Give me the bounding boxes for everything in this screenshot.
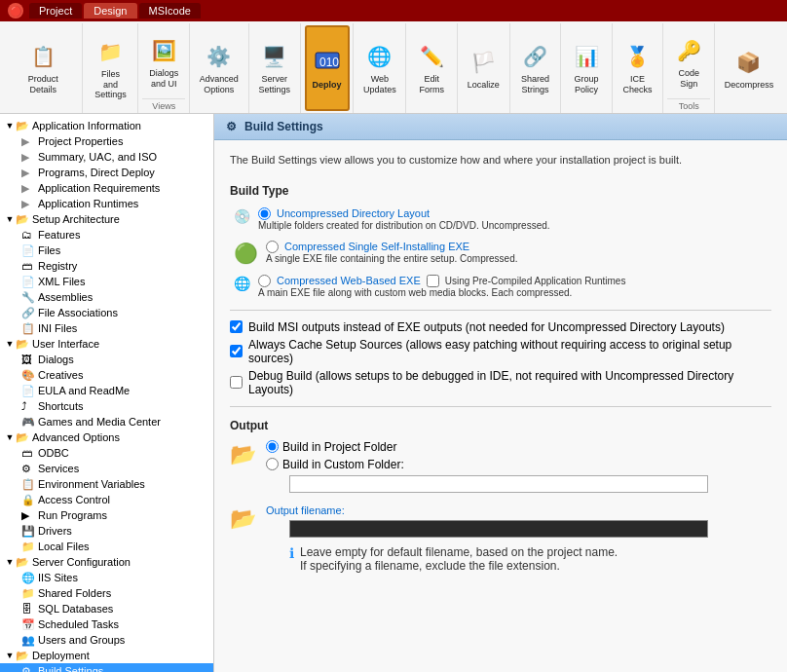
expand-arrow: ▼ [4, 651, 16, 660]
tab-project[interactable]: Project [29, 3, 82, 19]
ribbon-group-ice-checks: 🏅 ICEChecks [613, 23, 664, 113]
sidebar-item-label: Scheduled Tasks [38, 618, 119, 630]
output-option-label: Build in Custom Folder: [282, 458, 404, 471]
radio-uncompressed[interactable] [258, 207, 271, 220]
sidebar-item-ini-files[interactable]: 📋 INI Files [0, 320, 213, 336]
radio-build-project-folder[interactable] [266, 440, 279, 453]
sidebar-item-project-properties[interactable]: ▶ Project Properties [0, 133, 213, 149]
radio-compressed-exe[interactable] [266, 241, 279, 253]
sidebar-group-deployment[interactable]: ▼ 📂 Deployment [0, 648, 213, 663]
ribbon-group-decompress: 📦 Decompress [715, 23, 783, 113]
output-filename-input[interactable] [289, 520, 708, 538]
custom-folder-input[interactable] [289, 475, 708, 493]
registry-icon: 🗃 [21, 259, 35, 273]
folder-icon-filename: 📂 [230, 506, 256, 532]
sidebar-item-scheduled-tasks[interactable]: 📅 Scheduled Tasks [0, 616, 213, 632]
drivers-icon: 💾 [21, 524, 35, 538]
sidebar-item-features[interactable]: 🗂 Features [0, 227, 213, 243]
sidebar-item-local-files[interactable]: 📁 Local Files [0, 539, 213, 554]
sidebar-item-iis-sites[interactable]: 🌐 IIS Sites [0, 570, 213, 585]
checkbox-row-debug-build: Debug Build (allows setups to be debugge… [230, 369, 771, 396]
sidebar-item-eula[interactable]: 📄 EULA and ReadMe [0, 383, 213, 398]
run-programs-icon: ▶ [21, 508, 35, 522]
sidebar-item-label: Access Control [38, 494, 110, 505]
ribbon-btn-files-settings[interactable]: 📁 Files andSettings [87, 25, 133, 111]
sidebar-item-file-assoc[interactable]: 🔗 File Associations [0, 305, 213, 320]
sidebar-item-label: Setup Architecture [32, 213, 120, 225]
sidebar-item-xml-files[interactable]: 📄 XML Files [0, 274, 213, 289]
checkbox-build-msi[interactable] [230, 320, 243, 333]
checkbox-precompiled[interactable] [427, 275, 439, 287]
tab-msicode[interactable]: MSIcode [139, 3, 201, 19]
ribbon-btn-code-sign[interactable]: 🔑 CodeSign [667, 25, 710, 98]
sidebar-item-files[interactable]: 📄 Files [0, 243, 213, 258]
ribbon-btn-localize[interactable]: 🏳️ Localize [462, 25, 506, 111]
compressed-exe-icon: 🟢 [234, 242, 258, 265]
ribbon-btn-server-settings[interactable]: 🖥️ ServerSettings [252, 25, 296, 111]
edit-forms-label: EditForms [419, 74, 444, 95]
sidebar-item-services[interactable]: ⚙ Services [0, 461, 213, 476]
ribbon-btn-product-details[interactable]: 📋 Product Details [8, 25, 78, 111]
ribbon-btn-deploy[interactable]: 010 Deploy [305, 25, 350, 111]
sidebar-item-sql-db[interactable]: 🗄 SQL Databases [0, 601, 213, 616]
web-based-icon: 🌐 [234, 276, 250, 291]
ribbon-group-group-policy: 📊 GroupPolicy [561, 23, 613, 113]
dialogs-ui-icon: 🖼️ [148, 35, 179, 66]
folder-icon: 📂 [16, 649, 29, 662]
sidebar-group-advanced-options[interactable]: ▼ 📂 Advanced Options [0, 429, 213, 445]
app-icon: 🔴 [8, 3, 23, 19]
sidebar-item-env-vars[interactable]: 📋 Environment Variables [0, 476, 213, 492]
ribbon-btn-decompress[interactable]: 📦 Decompress [719, 25, 780, 111]
sidebar-item-programs[interactable]: ▶ Programs, Direct Deploy [0, 165, 213, 180]
ribbon-btn-web-updates[interactable]: 🌐 WebUpdates [357, 25, 402, 111]
ribbon-btn-advanced-options[interactable]: ⚙️ AdvancedOptions [194, 25, 244, 111]
sidebar-item-summary[interactable]: ▶ Summary, UAC, and ISO [0, 149, 213, 165]
expand-arrow: ▼ [4, 214, 16, 224]
sidebar-item-build-settings[interactable]: ⚙ Build Settings [0, 663, 213, 672]
build-type-label: Build Type [230, 184, 771, 198]
sidebar-item-label: Users and Groups [38, 634, 125, 646]
sidebar-item-drivers[interactable]: 💾 Drivers [0, 523, 213, 539]
hint-row: ℹ Leave empty for default filename, base… [289, 545, 708, 573]
checkbox-debug-build[interactable] [230, 376, 243, 389]
sidebar-item-label: IIS Sites [38, 572, 78, 583]
sidebar-item-assemblies[interactable]: 🔧 Assemblies [0, 289, 213, 305]
arrow-icon: ▶ [21, 166, 35, 179]
sidebar-group-app-info[interactable]: ▼ 📂 Application Information [0, 118, 213, 133]
sidebar-item-label: Application Requirements [38, 182, 160, 194]
sidebar-group-user-interface[interactable]: ▼ 📂 User Interface [0, 336, 213, 352]
ribbon-btn-ice-checks[interactable]: 🏅 ICEChecks [617, 25, 659, 111]
radio-web-based[interactable] [258, 275, 271, 287]
localize-icon: 🏳️ [468, 47, 499, 78]
sidebar-item-dialogs[interactable]: 🖼 Dialogs [0, 352, 213, 367]
sidebar-item-label: Application Runtimes [38, 198, 138, 209]
sidebar-item-registry[interactable]: 🗃 Registry [0, 258, 213, 274]
folder-icon: 📂 [16, 555, 29, 569]
sidebar-group-setup-arch[interactable]: ▼ 📂 Setup Architecture [0, 211, 213, 227]
sidebar-item-shortcuts[interactable]: ⤴ Shortcuts [0, 398, 213, 414]
sidebar-item-users-groups[interactable]: 👥 Users and Groups [0, 632, 213, 648]
ribbon-btn-shared-strings[interactable]: 🔗 SharedStrings [513, 25, 556, 111]
tab-design[interactable]: Design [84, 3, 136, 19]
hint-text: Leave empty for default filename, based … [300, 545, 618, 573]
radio-build-custom-folder[interactable] [266, 458, 279, 470]
sidebar-item-label: Games and Media Center [38, 416, 161, 428]
sidebar-item-run-programs[interactable]: ▶ Run Programs [0, 507, 213, 523]
web-updates-icon: 🌐 [364, 41, 395, 72]
sidebar-item-app-requirements[interactable]: ▶ Application Requirements [0, 180, 213, 196]
ribbon-btn-edit-forms[interactable]: ✏️ EditForms [410, 25, 453, 111]
arrow-icon: ▶ [21, 150, 35, 164]
ribbon-btn-group-policy[interactable]: 📊 GroupPolicy [565, 25, 608, 111]
precompiled-label: Using Pre-Compiled Application Runtimes [445, 276, 626, 286]
ribbon-btn-dialogs-ui[interactable]: 🖼️ Dialogsand UI [142, 25, 185, 98]
output-folder-row: 📂 Build in Project Folder Build in Custo… [230, 440, 771, 499]
sidebar-item-creatives[interactable]: 🎨 Creatives [0, 367, 213, 383]
sidebar-item-odbc[interactable]: 🗃 ODBC [0, 445, 213, 461]
sidebar-item-shared-folders[interactable]: 📁 Shared Folders [0, 585, 213, 601]
checkbox-always-cache[interactable] [230, 345, 243, 357]
sidebar-item-games[interactable]: 🎮 Games and Media Center [0, 414, 213, 429]
sidebar-item-access-control[interactable]: 🔒 Access Control [0, 492, 213, 507]
iis-icon: 🌐 [21, 571, 35, 584]
sidebar-item-app-runtimes[interactable]: ▶ Application Runtimes [0, 196, 213, 211]
sidebar-group-server-config[interactable]: ▼ 📂 Server Configuration [0, 554, 213, 570]
